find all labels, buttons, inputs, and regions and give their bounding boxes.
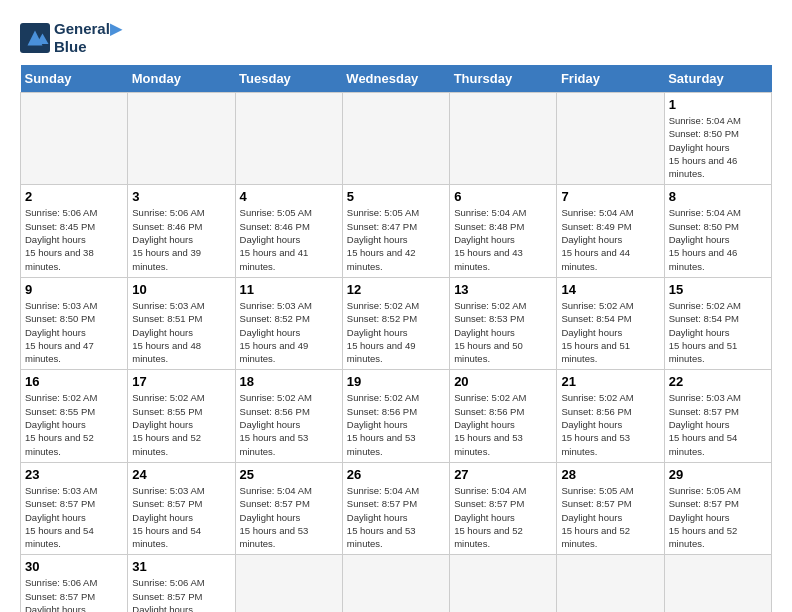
calendar-cell: 22 Sunrise: 5:03 AM Sunset: 8:57 PM Dayl…: [664, 370, 771, 462]
day-number: 23: [25, 467, 123, 482]
day-number: 1: [669, 97, 767, 112]
day-info: Sunrise: 5:03 AM Sunset: 8:51 PM Dayligh…: [132, 299, 230, 365]
day-info: Sunrise: 5:04 AM Sunset: 8:57 PM Dayligh…: [347, 484, 445, 550]
calendar-cell: 14 Sunrise: 5:02 AM Sunset: 8:54 PM Dayl…: [557, 277, 664, 369]
calendar-cell: [450, 93, 557, 185]
calendar-cell: [557, 93, 664, 185]
page-header: General▶ Blue: [20, 20, 772, 55]
day-info: Sunrise: 5:04 AM Sunset: 8:50 PM Dayligh…: [669, 206, 767, 272]
calendar-cell: 29 Sunrise: 5:05 AM Sunset: 8:57 PM Dayl…: [664, 462, 771, 554]
calendar-cell: 12 Sunrise: 5:02 AM Sunset: 8:52 PM Dayl…: [342, 277, 449, 369]
calendar-row: 2 Sunrise: 5:06 AM Sunset: 8:45 PM Dayli…: [21, 185, 772, 277]
day-info: Sunrise: 5:03 AM Sunset: 8:50 PM Dayligh…: [25, 299, 123, 365]
day-number: 13: [454, 282, 552, 297]
calendar-cell: 19 Sunrise: 5:02 AM Sunset: 8:56 PM Dayl…: [342, 370, 449, 462]
day-info: Sunrise: 5:02 AM Sunset: 8:54 PM Dayligh…: [561, 299, 659, 365]
calendar-cell: 18 Sunrise: 5:02 AM Sunset: 8:56 PM Dayl…: [235, 370, 342, 462]
day-number: 19: [347, 374, 445, 389]
calendar-cell: [235, 93, 342, 185]
calendar-cell: 28 Sunrise: 5:05 AM Sunset: 8:57 PM Dayl…: [557, 462, 664, 554]
day-number: 17: [132, 374, 230, 389]
day-number: 10: [132, 282, 230, 297]
day-number: 27: [454, 467, 552, 482]
day-info: Sunrise: 5:02 AM Sunset: 8:53 PM Dayligh…: [454, 299, 552, 365]
day-number: 11: [240, 282, 338, 297]
calendar-cell: 6 Sunrise: 5:04 AM Sunset: 8:48 PM Dayli…: [450, 185, 557, 277]
col-monday: Monday: [128, 65, 235, 93]
day-info: Sunrise: 5:02 AM Sunset: 8:56 PM Dayligh…: [347, 391, 445, 457]
col-friday: Friday: [557, 65, 664, 93]
calendar-cell: 9 Sunrise: 5:03 AM Sunset: 8:50 PM Dayli…: [21, 277, 128, 369]
day-number: 8: [669, 189, 767, 204]
calendar-cell: [21, 93, 128, 185]
day-number: 14: [561, 282, 659, 297]
calendar-cell: 16 Sunrise: 5:02 AM Sunset: 8:55 PM Dayl…: [21, 370, 128, 462]
calendar-cell: 15 Sunrise: 5:02 AM Sunset: 8:54 PM Dayl…: [664, 277, 771, 369]
calendar-cell: [235, 555, 342, 612]
day-info: Sunrise: 5:05 AM Sunset: 8:47 PM Dayligh…: [347, 206, 445, 272]
calendar-cell: 30 Sunrise: 5:06 AM Sunset: 8:57 PM Dayl…: [21, 555, 128, 612]
calendar-cell: 3 Sunrise: 5:06 AM Sunset: 8:46 PM Dayli…: [128, 185, 235, 277]
day-number: 28: [561, 467, 659, 482]
day-number: 15: [669, 282, 767, 297]
day-number: 24: [132, 467, 230, 482]
logo: General▶ Blue: [20, 20, 122, 55]
col-thursday: Thursday: [450, 65, 557, 93]
calendar-cell: [450, 555, 557, 612]
day-number: 3: [132, 189, 230, 204]
calendar-cell: 23 Sunrise: 5:03 AM Sunset: 8:57 PM Dayl…: [21, 462, 128, 554]
calendar-cell: 27 Sunrise: 5:04 AM Sunset: 8:57 PM Dayl…: [450, 462, 557, 554]
calendar-cell: 31 Sunrise: 5:06 AM Sunset: 8:57 PM Dayl…: [128, 555, 235, 612]
day-info: Sunrise: 5:03 AM Sunset: 8:57 PM Dayligh…: [25, 484, 123, 550]
day-number: 7: [561, 189, 659, 204]
col-sunday: Sunday: [21, 65, 128, 93]
day-number: 5: [347, 189, 445, 204]
calendar-cell: [342, 93, 449, 185]
calendar-cell: 26 Sunrise: 5:04 AM Sunset: 8:57 PM Dayl…: [342, 462, 449, 554]
day-info: Sunrise: 5:02 AM Sunset: 8:54 PM Dayligh…: [669, 299, 767, 365]
col-tuesday: Tuesday: [235, 65, 342, 93]
day-number: 31: [132, 559, 230, 574]
day-info: Sunrise: 5:05 AM Sunset: 8:57 PM Dayligh…: [561, 484, 659, 550]
calendar-cell: 20 Sunrise: 5:02 AM Sunset: 8:56 PM Dayl…: [450, 370, 557, 462]
header-row: Sunday Monday Tuesday Wednesday Thursday…: [21, 65, 772, 93]
calendar-cell: 11 Sunrise: 5:03 AM Sunset: 8:52 PM Dayl…: [235, 277, 342, 369]
day-info: Sunrise: 5:04 AM Sunset: 8:57 PM Dayligh…: [240, 484, 338, 550]
calendar-cell: 17 Sunrise: 5:02 AM Sunset: 8:55 PM Dayl…: [128, 370, 235, 462]
calendar-cell: 8 Sunrise: 5:04 AM Sunset: 8:50 PM Dayli…: [664, 185, 771, 277]
calendar-cell: [557, 555, 664, 612]
calendar-row: 23 Sunrise: 5:03 AM Sunset: 8:57 PM Dayl…: [21, 462, 772, 554]
day-info: Sunrise: 5:04 AM Sunset: 8:57 PM Dayligh…: [454, 484, 552, 550]
col-wednesday: Wednesday: [342, 65, 449, 93]
day-info: Sunrise: 5:06 AM Sunset: 8:57 PM Dayligh…: [25, 576, 123, 612]
calendar-cell: 7 Sunrise: 5:04 AM Sunset: 8:49 PM Dayli…: [557, 185, 664, 277]
calendar-row: 30 Sunrise: 5:06 AM Sunset: 8:57 PM Dayl…: [21, 555, 772, 612]
day-number: 26: [347, 467, 445, 482]
calendar-cell: [664, 555, 771, 612]
calendar-cell: [342, 555, 449, 612]
day-number: 29: [669, 467, 767, 482]
day-info: Sunrise: 5:03 AM Sunset: 8:57 PM Dayligh…: [669, 391, 767, 457]
day-info: Sunrise: 5:03 AM Sunset: 8:57 PM Dayligh…: [132, 484, 230, 550]
day-info: Sunrise: 5:04 AM Sunset: 8:50 PM Dayligh…: [669, 114, 767, 180]
day-number: 21: [561, 374, 659, 389]
day-number: 4: [240, 189, 338, 204]
calendar-cell: 21 Sunrise: 5:02 AM Sunset: 8:56 PM Dayl…: [557, 370, 664, 462]
day-info: Sunrise: 5:02 AM Sunset: 8:56 PM Dayligh…: [561, 391, 659, 457]
day-info: Sunrise: 5:04 AM Sunset: 8:48 PM Dayligh…: [454, 206, 552, 272]
day-info: Sunrise: 5:06 AM Sunset: 8:45 PM Dayligh…: [25, 206, 123, 272]
day-number: 18: [240, 374, 338, 389]
day-info: Sunrise: 5:06 AM Sunset: 8:46 PM Dayligh…: [132, 206, 230, 272]
day-number: 22: [669, 374, 767, 389]
calendar-row: 9 Sunrise: 5:03 AM Sunset: 8:50 PM Dayli…: [21, 277, 772, 369]
calendar-row: 16 Sunrise: 5:02 AM Sunset: 8:55 PM Dayl…: [21, 370, 772, 462]
col-saturday: Saturday: [664, 65, 771, 93]
logo-text: General▶ Blue: [54, 20, 122, 55]
day-number: 20: [454, 374, 552, 389]
calendar-table: Sunday Monday Tuesday Wednesday Thursday…: [20, 65, 772, 612]
day-number: 2: [25, 189, 123, 204]
calendar-cell: 1 Sunrise: 5:04 AM Sunset: 8:50 PM Dayli…: [664, 93, 771, 185]
day-info: Sunrise: 5:04 AM Sunset: 8:49 PM Dayligh…: [561, 206, 659, 272]
day-number: 9: [25, 282, 123, 297]
day-number: 30: [25, 559, 123, 574]
